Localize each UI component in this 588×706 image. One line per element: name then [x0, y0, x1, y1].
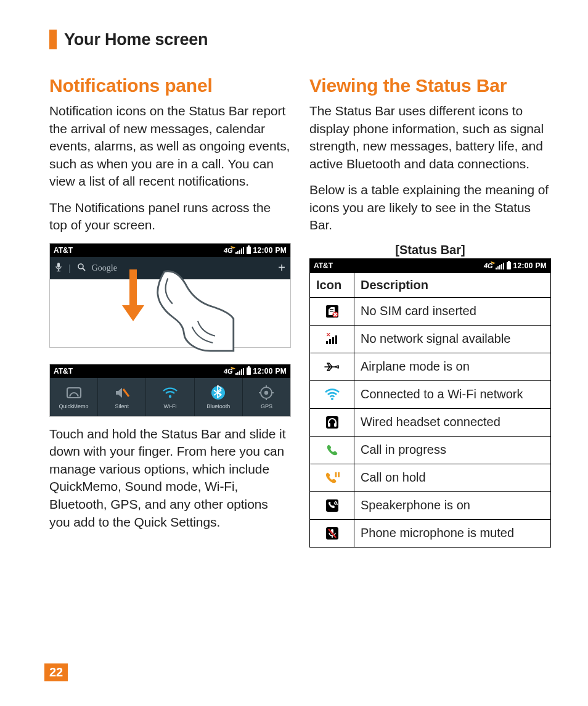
svg-rect-23 [326, 341, 328, 344]
silent-icon [114, 385, 130, 401]
page-number: 22 [44, 663, 68, 681]
desc-cell: Airplane mode is on [354, 353, 551, 380]
svg-rect-2 [57, 271, 60, 271]
svg-rect-18 [330, 309, 333, 310]
search-icon [77, 263, 86, 273]
search-placeholder: Google [92, 263, 117, 273]
svg-line-6 [123, 389, 129, 396]
qs-label: Silent [115, 403, 129, 409]
wifi-connected-icon [316, 386, 348, 403]
svg-rect-19 [330, 311, 333, 311]
clock-label: 12:00 PM [513, 261, 547, 270]
svg-rect-32 [335, 472, 337, 477]
bluetooth-icon [210, 385, 226, 401]
table-row: Speakerphone is on [310, 491, 551, 519]
qs-silent: Silent [98, 378, 146, 416]
right-p2: Below is a table explaining the meaning … [309, 181, 551, 234]
swipe-down-arrow-icon [124, 269, 142, 324]
swipe-gesture-area [50, 279, 290, 347]
table-row: Airplane mode is on [310, 353, 551, 380]
qs-label: GPS [261, 403, 272, 409]
qs-bluetooth: Bluetooth [195, 378, 243, 416]
table-row: Connected to a Wi-Fi network [310, 380, 551, 408]
table-header-row: Icon Description [310, 273, 551, 297]
desc-cell: Wired headset connected [354, 408, 551, 436]
network-4g-icon: 4G [484, 262, 493, 269]
quick-settings-row: QuickMemo Silent Wi-Fi [50, 378, 290, 416]
svg-point-11 [264, 391, 268, 395]
section-header: Your Home screen [49, 30, 551, 49]
svg-rect-30 [328, 423, 330, 427]
svg-point-8 [169, 395, 171, 398]
network-4g-icon: 4G [224, 247, 233, 254]
headset-icon [316, 414, 348, 431]
right-p1: The Status Bar uses different icons to d… [309, 102, 551, 173]
battery-icon [507, 262, 511, 269]
signal-icon [235, 367, 244, 375]
table-row: ✕ No network signal available [310, 325, 551, 353]
svg-rect-37 [332, 536, 333, 538]
call-hold-icon [316, 469, 348, 486]
mic-mute-icon [316, 525, 348, 542]
desc-cell: Speakerphone is on [354, 491, 551, 519]
table-row: Call in progress [310, 436, 551, 464]
clock-label: 12:00 PM [253, 246, 287, 255]
section-title: Your Home screen [64, 30, 208, 49]
signal-icon [235, 247, 244, 254]
left-column: Notifications panel Notification icons o… [49, 75, 291, 548]
table-row: Phone microphone is muted [310, 519, 551, 547]
table-row: No SIM card inserted [310, 297, 551, 325]
desc-cell: Call on hold [354, 464, 551, 491]
qs-gps: GPS [243, 378, 290, 416]
screenshot-quick-settings: AT&T 4G 12:00 PM QuickMemo [49, 364, 291, 417]
left-p2: The Notifications panel runs across the … [49, 199, 291, 234]
svg-rect-0 [57, 263, 60, 268]
th-desc: Description [354, 273, 551, 297]
svg-rect-1 [58, 269, 59, 271]
svg-rect-24 [329, 339, 331, 344]
quickmemo-icon [66, 385, 82, 401]
left-p3: Touch and hold the Status Bar and slide … [49, 425, 291, 531]
desc-cell: Call in progress [354, 436, 551, 464]
screenshot-swipe: AT&T 4G 12:00 PM | Google + [49, 243, 291, 348]
right-heading: Viewing the Status Bar [309, 75, 551, 96]
call-icon [316, 441, 348, 459]
svg-point-3 [78, 264, 83, 269]
no-signal-icon: ✕ [316, 330, 348, 348]
qs-label: QuickMemo [59, 403, 89, 409]
battery-icon [247, 247, 251, 254]
svg-rect-26 [335, 335, 337, 344]
carrier-label: AT&T [54, 246, 73, 255]
carrier-label: AT&T [54, 367, 73, 376]
wifi-icon [162, 385, 178, 401]
qs-quickmemo: QuickMemo [50, 378, 98, 416]
status-bar-2: AT&T 4G 12:00 PM [50, 364, 290, 378]
qs-wifi: Wi-Fi [146, 378, 194, 416]
gps-icon [258, 385, 274, 401]
clock-label: 12:00 PM [253, 367, 287, 376]
svg-point-28 [331, 398, 333, 400]
qs-label: Bluetooth [206, 403, 230, 409]
desc-cell: Connected to a Wi-Fi network [354, 380, 551, 408]
status-bar-sample: AT&T 4G 12:00 PM [309, 258, 551, 273]
mic-icon [55, 262, 62, 274]
svg-line-4 [83, 268, 85, 271]
left-heading: Notifications panel [49, 75, 291, 96]
table-row: Wired headset connected [310, 408, 551, 436]
content-columns: Notifications panel Notification icons o… [49, 75, 551, 548]
section-accent-mark [49, 30, 57, 49]
status-icons-table: Icon Description No SIM card inserted ✕ … [309, 273, 551, 548]
right-column: Viewing the Status Bar The Status Bar us… [309, 75, 551, 548]
th-icon: Icon [310, 273, 354, 297]
status-bar-1: AT&T 4G 12:00 PM [50, 244, 290, 257]
svg-rect-33 [338, 472, 340, 477]
add-icon: + [278, 261, 285, 275]
hand-icon [142, 266, 235, 352]
divider: | [68, 263, 71, 273]
svg-text:✕: ✕ [326, 332, 331, 338]
svg-rect-25 [332, 337, 334, 344]
svg-rect-31 [334, 423, 337, 427]
left-p1: Notification icons on the Status Bar rep… [49, 102, 291, 191]
speakerphone-icon [316, 497, 348, 514]
network-4g-icon: 4G [224, 367, 233, 375]
